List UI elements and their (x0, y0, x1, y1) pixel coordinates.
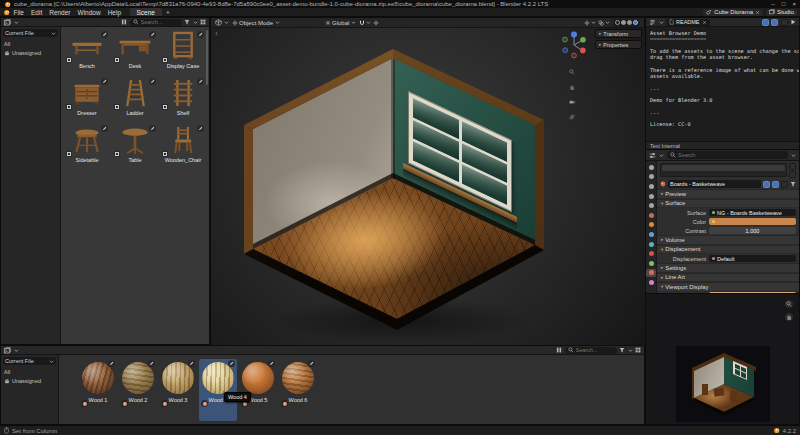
navigation-gizmo[interactable] (559, 30, 589, 60)
sidebar-panel-properties[interactable]: ▸Properties (595, 40, 642, 49)
text-editor-body[interactable]: Asset Browser Demo ================== To… (646, 27, 799, 141)
properties-tab-world[interactable] (646, 211, 656, 220)
properties-tab-object[interactable] (646, 221, 656, 230)
word-wrap-toggle[interactable] (762, 19, 769, 26)
new-material-button[interactable] (781, 181, 788, 188)
display-settings-icon[interactable] (121, 19, 127, 25)
properties-tab-material[interactable] (646, 269, 656, 278)
material-slot[interactable] (662, 165, 785, 171)
panel-surface[interactable]: ▾Surface (657, 199, 799, 209)
filter-icon[interactable] (619, 347, 625, 353)
material-tile-wood-3[interactable]: Wood 3 (159, 359, 197, 421)
asset-tile-dresser[interactable]: Dresser (63, 78, 111, 122)
scene-selector[interactable]: Cube Diorama (703, 9, 763, 16)
properties-search[interactable] (667, 151, 788, 159)
asset-tile-ladder[interactable]: Ladder (111, 78, 159, 122)
material-tile-wood-1[interactable]: Wood 1 (79, 359, 117, 421)
app-menu-icon[interactable] (3, 9, 10, 16)
text-datablock-field[interactable]: README (666, 19, 710, 26)
chevron-down-icon[interactable] (366, 20, 371, 25)
display-mode-icon[interactable] (635, 347, 641, 353)
properties-tab-render[interactable] (646, 173, 656, 182)
chevron-down-icon[interactable] (659, 153, 664, 158)
properties-tab-modifiers[interactable] (646, 230, 656, 239)
run-script-icon[interactable] (790, 19, 796, 25)
fake-user-toggle[interactable] (763, 181, 770, 188)
menu-render[interactable]: Render (46, 9, 74, 16)
catalog-source-select[interactable]: Current File (3, 357, 56, 365)
asset-search-input[interactable] (141, 19, 179, 25)
chevron-down-icon[interactable] (193, 20, 198, 25)
chevron-down-icon[interactable] (791, 153, 796, 158)
menu-help[interactable]: Help (104, 9, 124, 16)
properties-search-input[interactable] (678, 152, 716, 158)
properties-tab-constraints[interactable] (646, 249, 656, 258)
chevron-down-icon[interactable] (591, 20, 596, 25)
unlink-scene-icon[interactable] (755, 10, 760, 15)
mode-selector[interactable]: Object Mode (232, 20, 280, 26)
toolbar-toggle-icon[interactable] (214, 31, 219, 36)
add-slot-button[interactable] (789, 163, 796, 170)
panel-displacement[interactable]: ▾Displacement (657, 245, 799, 255)
filter-icon[interactable] (790, 181, 796, 187)
material-name-field[interactable]: Boards - Basketweave (668, 180, 761, 188)
asset-tile-sidetable[interactable]: Sidetable (63, 125, 111, 169)
display-mode-icon[interactable] (200, 19, 206, 25)
material-tile-wood-2[interactable]: Wood 2 (119, 359, 157, 421)
properties-tab-view-layer[interactable] (646, 192, 656, 201)
editor-type-icon[interactable] (215, 19, 222, 26)
contrast-slider[interactable]: 1.000 (709, 227, 796, 235)
scrollbar[interactable] (206, 30, 208, 85)
view-layer-selector[interactable]: Studio (766, 9, 797, 16)
properties-tab-tool[interactable] (646, 163, 656, 172)
display-settings-icon[interactable] (556, 347, 562, 353)
editor-type-icon[interactable] (4, 347, 11, 354)
line-numbers-toggle[interactable] (781, 19, 788, 26)
snap-icon[interactable] (359, 20, 365, 26)
shading-wireframe-icon[interactable] (615, 20, 620, 25)
asset-tile-wooden-chair[interactable]: Wooden_Chair (159, 125, 207, 169)
editor-type-icon[interactable] (649, 19, 656, 26)
catalog-source-select[interactable]: Current File (3, 29, 58, 37)
editor-type-icon[interactable] (4, 19, 11, 26)
material-slot-list[interactable] (660, 163, 787, 177)
chevron-down-icon[interactable] (628, 348, 633, 353)
minimize-button[interactable]: – (772, 1, 775, 7)
material-tile-wood-5[interactable]: Wood 5 (239, 359, 277, 421)
viewport-canvas[interactable]: ▸Transform ▸Properties (211, 28, 646, 346)
color-swatch[interactable] (709, 218, 796, 226)
catalog-item-unassigned[interactable]: Unassigned (1, 376, 58, 385)
catalog-item-all[interactable]: All (1, 39, 60, 48)
syntax-highlight-toggle[interactable] (771, 19, 778, 26)
chevron-down-icon[interactable] (14, 348, 19, 353)
sidebar-panel-transform[interactable]: ▸Transform (595, 29, 642, 38)
proportional-edit-icon[interactable] (373, 20, 379, 26)
editor-type-icon[interactable] (649, 152, 656, 159)
shading-solid-icon[interactable] (621, 20, 626, 25)
shading-material-icon[interactable] (627, 20, 632, 25)
gizmos-toggle-icon[interactable] (584, 20, 590, 26)
displacement-field[interactable]: Default (709, 255, 796, 263)
unlink-text-icon[interactable] (702, 20, 707, 25)
chevron-down-icon[interactable] (14, 20, 19, 25)
asset-search[interactable] (130, 19, 182, 26)
image-editor[interactable] (646, 293, 799, 424)
asset-tile-desk[interactable]: Desk (111, 31, 159, 75)
filter-icon[interactable] (184, 19, 190, 25)
panel-volume[interactable]: ▸Volume (657, 235, 799, 245)
zoom-gizmo-button[interactable] (784, 299, 794, 309)
material-search-input[interactable] (576, 347, 614, 353)
panel-preview[interactable]: ▸Preview (657, 189, 799, 199)
chevron-down-icon[interactable] (605, 20, 610, 25)
add-workspace-button[interactable]: + (162, 9, 174, 16)
asset-tile-bench[interactable]: Bench (63, 31, 111, 75)
chevron-down-icon[interactable] (659, 20, 664, 25)
material-tile-wood-4[interactable]: Wood 4Wood 4 (199, 359, 237, 421)
transform-orientation[interactable]: Global (325, 20, 356, 26)
properties-tab-output[interactable] (646, 182, 656, 191)
camera-view-icon[interactable] (568, 98, 576, 106)
overlays-toggle-icon[interactable] (598, 20, 604, 26)
workspace-tab-scene[interactable]: Scene (130, 8, 162, 16)
menu-file[interactable]: File (10, 9, 27, 16)
menu-window[interactable]: Window (74, 9, 104, 16)
